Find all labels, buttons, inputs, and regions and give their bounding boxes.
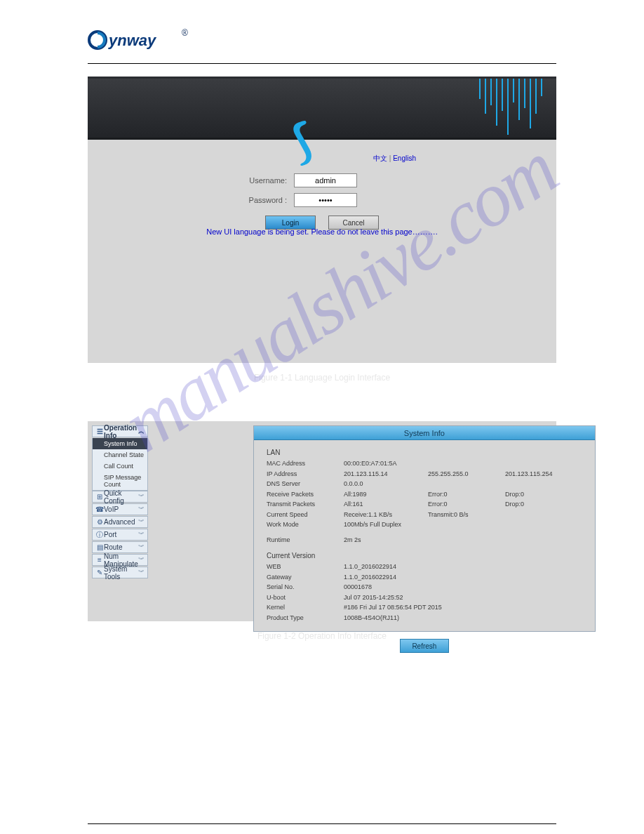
uboot-label: U-boot [267, 593, 344, 603]
web-value: 1.1.0_2016022914 [344, 562, 428, 572]
ip-value: 201.123.115.14 [344, 470, 428, 479]
kernel-label: Kernel [267, 603, 344, 613]
registered-mark: ® [182, 28, 188, 38]
info-icon: ⓘ [95, 530, 104, 540]
kernel-value: #186 Fri Jul 17 08:56:54 PDT 2015 [344, 603, 582, 613]
brand-logo: ynway ® [88, 28, 556, 52]
speed-label: Current Speed [267, 510, 344, 520]
trans-label: Transmit Packets [267, 500, 344, 510]
language-links: 中文 | English [373, 154, 416, 164]
sidebar-item-call-count[interactable]: Call Count [92, 461, 148, 472]
footer-divider [88, 823, 556, 824]
recv-error: Error:0 [428, 490, 505, 500]
sidebar-group-label: System Tools [104, 565, 138, 581]
list-icon: ☰ [95, 428, 104, 435]
chevron-down-icon: ︾ [138, 517, 145, 527]
chevron-down-icon: ︾ [138, 555, 145, 564]
recv-drop: Drop:0 [505, 490, 582, 500]
refresh-button[interactable]: Refresh [400, 639, 449, 653]
serial-value: 00001678 [344, 583, 428, 593]
grid-icon: ⊞ [95, 493, 104, 501]
sidebar-group-port[interactable]: ⓘ Port ︾ [92, 529, 148, 541]
chevron-down-icon: ︾ [138, 530, 145, 539]
route-icon: ▤ [95, 543, 104, 551]
speed-recv: Receive:1.1 KB/s [344, 510, 428, 520]
login-header-bar [88, 77, 556, 140]
version-section-label: Current Version [267, 550, 582, 561]
trans-drop: Drop:0 [505, 500, 582, 510]
mode-value: 100Mb/s Full Duplex [344, 520, 428, 530]
header-divider [88, 63, 556, 64]
web-label: WEB [267, 562, 344, 572]
chevron-down-icon: ︾ [138, 543, 145, 552]
lang-en-link[interactable]: English [393, 154, 416, 162]
username-label: Username: [231, 176, 294, 185]
sidebar-item-system-info[interactable]: System Info [92, 438, 148, 449]
mac-value: 00:00:E0:A7:01:5A [344, 459, 428, 469]
password-input[interactable] [294, 193, 357, 207]
serial-label: Serial No. [267, 583, 344, 593]
figure-1-caption: Figure 1-1 Language Login Interface [0, 373, 644, 383]
sidebar-group-label: Port [104, 531, 138, 538]
lang-zh-link[interactable]: 中文 [373, 154, 387, 162]
sidebar-group-label: Operation Info [104, 424, 138, 439]
phone-icon: ☎ [95, 505, 104, 513]
ip-label: IP Address [267, 470, 344, 479]
chevron-down-icon: ︾ [138, 492, 145, 501]
chevron-up-icon: ︽ [138, 427, 145, 436]
dns-label: DNS Server [267, 479, 344, 489]
runtime-label: Runtime [267, 536, 344, 545]
ip-gateway: 201.123.115.254 [505, 470, 582, 479]
sidebar-group-label: Advanced [104, 518, 138, 526]
sidebar-group-voip[interactable]: ☎ VoIP ︾ [92, 503, 148, 515]
system-info-title: System Info [254, 426, 595, 440]
list-icon: ≡ [95, 556, 104, 564]
sidebar-group-system-tools[interactable]: ✎ System Tools ︾ [92, 567, 148, 578]
sidebar-group-num-manipulate[interactable]: ≡ Num Manipulate ︾ [92, 554, 148, 566]
password-label: Password : [231, 196, 294, 204]
ip-mask: 255.255.255.0 [428, 470, 505, 479]
svg-text:ynway: ynway [108, 32, 157, 49]
chevron-down-icon: ︾ [138, 568, 145, 577]
gear-icon: ⚙ [95, 518, 104, 526]
sidebar: ☰ Operation Info ︽ System Info Channel S… [92, 425, 148, 607]
language-loading-message: New UI language is being set. Please do … [88, 227, 556, 236]
sidebar-group-advanced[interactable]: ⚙ Advanced ︾ [92, 516, 148, 528]
login-panel: 中文 | English Username: Password : Login … [88, 77, 556, 363]
gateway-label: Gateway [267, 573, 344, 583]
sidebar-group-operation-info[interactable]: ☰ Operation Info ︽ [92, 425, 148, 437]
sidebar-group-label: Route [104, 543, 138, 551]
product-label: Product Type [267, 614, 344, 623]
admin-panel: ☰ Operation Info ︽ System Info Channel S… [88, 421, 556, 621]
tools-icon: ✎ [95, 569, 104, 576]
mode-label: Work Mode [267, 520, 344, 530]
username-input[interactable] [294, 173, 357, 187]
sidebar-item-sip-message-count[interactable]: SIP Message Count [92, 472, 148, 491]
trans-error: Error:0 [428, 500, 505, 510]
lan-section-label: LAN [267, 447, 582, 458]
sidebar-item-channel-state[interactable]: Channel State [92, 449, 148, 461]
gateway-value: 1.1.0_2016022914 [344, 573, 428, 583]
recv-all: All:1989 [344, 490, 428, 500]
mac-label: MAC Address [267, 459, 344, 469]
sidebar-group-label: Quick Config [104, 489, 138, 505]
dns-value: 0.0.0.0 [344, 479, 428, 489]
uboot-value: Jul 07 2015-14:25:52 [344, 593, 428, 603]
sidebar-group-quick-config[interactable]: ⊞ Quick Config ︾ [92, 491, 148, 503]
sidebar-group-label: VoIP [104, 505, 138, 513]
trans-all: All:161 [344, 500, 428, 510]
chevron-down-icon: ︾ [138, 505, 145, 514]
recv-label: Receive Packets [267, 490, 344, 500]
runtime-value: 2m 2s [344, 536, 428, 545]
product-value: 1008B-4S4O(RJ11) [344, 614, 428, 623]
sidebar-group-route[interactable]: ▤ Route ︾ [92, 541, 148, 553]
speed-trans: Transmit:0 B/s [428, 510, 505, 520]
system-info-box: System Info LAN MAC Address 00:00:E0:A7:… [253, 425, 596, 632]
